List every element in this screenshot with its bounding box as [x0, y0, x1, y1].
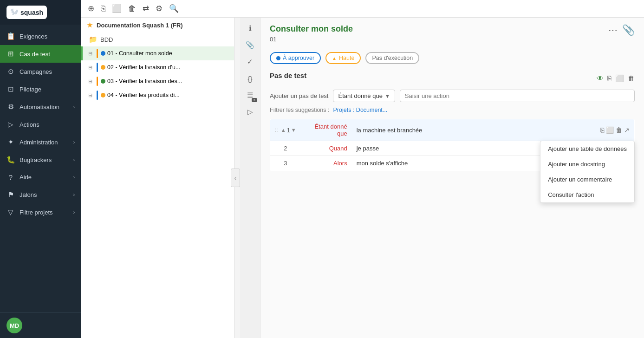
expand-icon: ⊟	[88, 92, 95, 98]
copy-icon[interactable]: ⎘	[607, 74, 611, 83]
top-toolbar: ⊕⎘⬜🗑⇄⚙🔍	[81, 0, 644, 18]
sidebar-item-campagnes[interactable]: ⊙ Campagnes	[0, 63, 81, 80]
detail-header: Consulter mon solde 01 ⋯ 📎	[270, 24, 635, 47]
sidebar-item-actions[interactable]: ▷ Actions	[0, 116, 81, 133]
execution-badge[interactable]: Pas d'exécution	[365, 52, 419, 64]
step-action-input[interactable]	[400, 90, 635, 102]
sidebar-item-filtre-projets[interactable]: ▽ Filtre projets ›	[0, 203, 81, 221]
priority-bar	[97, 63, 98, 72]
sidebar-item-automatisation[interactable]: ⚙ Automatisation ›	[0, 98, 81, 116]
square-icon[interactable]: ⬜	[112, 4, 122, 13]
copy-step-icon[interactable]: ⎘	[600, 126, 604, 134]
tree-item-02[interactable]: ⊟ 02 - Vérifier la livraison d'u...	[81, 60, 234, 74]
attachment-icon[interactable]: 📎	[622, 24, 635, 36]
sidebar-item-exigences[interactable]: 📋 Exigences	[0, 27, 81, 45]
priority-bar	[97, 49, 98, 58]
avatar[interactable]: MD	[7, 318, 22, 333]
sidebar-item-administration[interactable]: ✦ Administration ›	[0, 133, 81, 151]
tree-item-label-03: 03 - Vérifier la livraison des...	[107, 78, 230, 84]
step-row-1: :: ▲ 1 ▼ Étant donné que la machine est …	[270, 119, 635, 141]
more-options-icon[interactable]: ⋯	[608, 25, 618, 36]
step-controls: :: ▲ 1 ▼	[275, 127, 296, 134]
side-icon-check[interactable]: ✓	[242, 54, 258, 70]
status-label: À approuver	[283, 55, 314, 61]
detail-id: 01	[270, 36, 353, 43]
badges-row: À approuver ▲ Haute Pas d'exécution	[270, 52, 635, 64]
view-icon[interactable]: 👁	[597, 74, 604, 83]
sidebar-item-jalons[interactable]: ⚑ Jalons ›	[0, 186, 81, 203]
drag-handle[interactable]: ::	[275, 127, 278, 133]
step-action-3: mon solde s'affiche	[352, 156, 538, 171]
tree-item-01[interactable]: ⊟ 01 - Consulter mon solde	[81, 46, 234, 60]
step-num-2: 2	[270, 141, 301, 156]
sidebar-item-pilotage[interactable]: ⊡ Pilotage	[0, 80, 81, 98]
priority-bar	[97, 91, 98, 100]
add-step-toolbar: Ajouter un pas de test Étant donné que ▼	[270, 90, 635, 102]
step-num-1: :: ▲ 1 ▼	[270, 119, 301, 141]
step-up-icon[interactable]: ▲	[281, 127, 286, 133]
nav-icon-bugtrackers: 🐛	[7, 156, 15, 164]
side-icon-info[interactable]: ℹ	[242, 20, 258, 36]
nav-icon-exigences: 📋	[7, 32, 15, 40]
side-icon-play[interactable]: ▷	[242, 104, 258, 120]
step-row-icons-1: ⎘ ⬜ 🗑 ↗	[543, 126, 630, 134]
settings-icon[interactable]: ⚙	[156, 4, 163, 13]
step-down-icon[interactable]: ▼	[291, 127, 296, 133]
tree-header: ★ Documentation Squash 1 (FR)	[81, 18, 234, 32]
cursor-icon[interactable]: ↗	[624, 126, 630, 134]
tree-item-04[interactable]: ⊟ 04 - Vérifier les produits di...	[81, 88, 234, 102]
tree-collapse-button[interactable]: ‹	[231, 169, 240, 187]
context-menu-item-0[interactable]: Ajouter une table de données	[540, 141, 634, 156]
nav-arrow-aide: ›	[73, 175, 75, 180]
nav-label-bugtrackers: Bugtrackers	[20, 156, 52, 163]
detail-title-area: Consulter mon solde 01	[270, 24, 353, 47]
add-step-label: Ajouter un pas de test	[270, 92, 328, 99]
sidebar-item-aide[interactable]: ? Aide ›	[0, 169, 81, 186]
tree-item-label-04: 04 - Vérifier les produits di...	[107, 92, 230, 98]
folder-label: BDD	[100, 36, 113, 43]
copy-icon[interactable]: ⎘	[101, 4, 105, 13]
folder-item[interactable]: 📁 BDD	[81, 32, 234, 46]
delete-step-icon[interactable]: 🗑	[616, 126, 622, 134]
detail-title: Consulter mon solde	[270, 24, 353, 34]
nav-label-actions: Actions	[20, 121, 39, 128]
section-header-icons: 👁 ⎘ ⬜ 🗑	[597, 74, 635, 83]
add-step-icon[interactable]: ⬜	[606, 126, 614, 134]
section-title: Pas de test	[270, 72, 306, 79]
nav-arrow-jalons: ›	[73, 192, 75, 197]
filter-label: Filtrer les suggestions :	[270, 107, 330, 113]
side-icon-list[interactable]: ☰3	[242, 87, 258, 103]
nav-icon-pilotage: ⊡	[7, 85, 15, 93]
step-keyword-dropdown[interactable]: Étant donné que ▼	[333, 90, 395, 102]
context-menu-item-2[interactable]: Ajouter un commentaire	[540, 172, 634, 187]
context-menu-item-1[interactable]: Ajouter une docstring	[540, 156, 634, 172]
delete-icon[interactable]: 🗑	[128, 4, 136, 13]
context-menu-item-3[interactable]: Consulter l'action	[540, 187, 634, 202]
logo: 🐿 squash	[7, 6, 47, 19]
tree-item-label-02: 02 - Vérifier la livraison d'u...	[107, 64, 230, 71]
expand-icon: ⊟	[88, 78, 95, 84]
status-dot-01	[101, 51, 105, 56]
main-area: ⊕⎘⬜🗑⇄⚙🔍 ★ Documentation Squash 1 (FR) 📁 …	[81, 0, 644, 338]
side-icon-braces[interactable]: {}	[242, 71, 258, 86]
step-icons-cell-1: ⎘ ⬜ 🗑 ↗	[538, 119, 634, 141]
sidebar-item-cas-de-test[interactable]: ⊞ Cas de test	[0, 45, 81, 63]
search-icon[interactable]: 🔍	[169, 4, 179, 13]
swap-icon[interactable]: ⇄	[143, 4, 149, 13]
sidebar: 🐿 squash 📋 Exigences ⊞ Cas de test ⊙ Cam…	[0, 0, 81, 338]
side-icon-attachment[interactable]: 📎	[242, 37, 258, 53]
nav-icon-administration: ✦	[7, 138, 15, 146]
add-icon[interactable]: ⬜	[615, 74, 624, 83]
filter-value[interactable]: Projets : Document...	[333, 107, 388, 113]
nav-label-exigences: Exigences	[20, 33, 47, 40]
filter-row: Filtrer les suggestions : Projets : Docu…	[270, 107, 635, 113]
expand-icon: ⊟	[88, 65, 95, 71]
priority-label: Haute	[339, 55, 354, 61]
delete-icon[interactable]: 🗑	[628, 74, 635, 83]
status-badge[interactable]: À approuver	[270, 52, 321, 64]
sidebar-item-bugtrackers[interactable]: 🐛 Bugtrackers ›	[0, 151, 81, 169]
priority-arrow-icon: ▲	[332, 56, 337, 61]
priority-badge[interactable]: ▲ Haute	[325, 52, 361, 64]
add-icon[interactable]: ⊕	[88, 4, 94, 13]
tree-item-03[interactable]: ⊟ 03 - Vérifier la livraison des...	[81, 74, 234, 88]
